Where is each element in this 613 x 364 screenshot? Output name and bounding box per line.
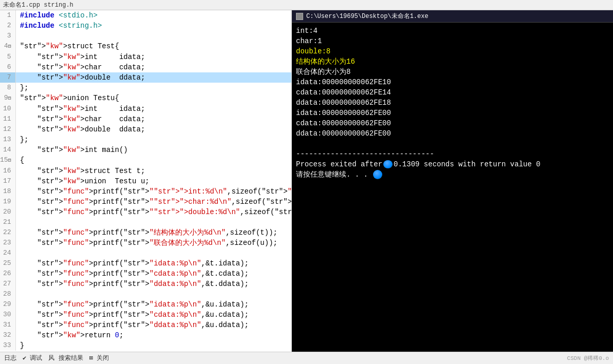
terminal-line: Process exited after0.1309 seconds with … [296, 159, 609, 169]
line-content [15, 217, 292, 227]
line-content: "str">"kw">int idata; [15, 104, 292, 114]
line-number: 31 [0, 320, 15, 330]
line-number: 14 [0, 145, 15, 155]
terminal-panel: C:\Users\19695\Desktop\未命名1.exe int:4cha… [292, 10, 613, 352]
title-text: 未命名1.cpp string.h [3, 1, 73, 9]
line-content: "str">"func">printf("str">"结构体的大小为%d\n",… [15, 227, 292, 238]
line-number: 30 [0, 310, 15, 320]
terminal-title-bar: C:\Users\19695\Desktop\未命名1.exe [292, 10, 613, 23]
line-number: 15⊟ [0, 155, 15, 166]
line-content: "str">"kw">char cdata; [15, 114, 292, 124]
line-content: "str">"func">printf("str">"cdata:%p\n",&… [15, 269, 292, 279]
line-number: 5 [0, 52, 15, 62]
line-number: 12 [0, 124, 15, 135]
line-content: "str">"kw">double ddata; [15, 124, 292, 135]
line-content: "str">"kw">union Testu{ [15, 93, 292, 104]
line-content: #include <stdio.h> [15, 10, 292, 21]
line-content: "str">"func">printf("str">"ddata:%p\n",&… [15, 279, 292, 289]
line-content: #include <string.h> [15, 21, 292, 31]
terminal-line: idata:000000000062FE10 [296, 77, 609, 87]
terminal-content[interactable]: int:4char:1double:8结构体的大小为16联合体的大小为8idat… [292, 23, 613, 352]
line-number: 1 [0, 10, 15, 21]
code-table: 1#include <stdio.h>2#include <string.h>3… [0, 10, 292, 351]
line-number: 33 [0, 340, 15, 351]
line-number: 2 [0, 21, 15, 31]
terminal-line: int:4 [296, 26, 609, 36]
line-content: } [15, 340, 292, 351]
line-number: 32 [0, 330, 15, 340]
line-number: 6 [0, 62, 15, 72]
terminal-line: cdata:000000000062FE14 [296, 87, 609, 98]
line-number: 22 [0, 227, 15, 238]
terminal-line [296, 139, 609, 149]
line-number: 10 [0, 104, 15, 114]
line-content: "str">"func">printf("str">"idata:%p\n",&… [15, 258, 292, 269]
status-log[interactable]: 日志 [4, 354, 16, 362]
terminal-title-text: C:\Users\19695\Desktop\未命名1.exe [306, 12, 429, 21]
line-number: 3 [0, 31, 15, 41]
line-number: 13 [0, 135, 15, 145]
line-content: "str">"func">printf("str">""str">">doubl… [15, 207, 292, 217]
line-number: 17 [0, 176, 15, 186]
line-number: 28 [0, 289, 15, 299]
status-close[interactable]: ⊠ 关闭 [89, 354, 109, 362]
terminal-line: 请按任意键继续. . . [296, 169, 609, 180]
line-number: 18 [0, 186, 15, 197]
terminal-line: double:8 [296, 46, 609, 56]
line-number: 7 [0, 72, 15, 83]
status-debug[interactable]: ✔ 调试 [23, 354, 42, 362]
line-number: 24 [0, 248, 15, 258]
terminal-line: cdata:000000000062FE00 [296, 118, 609, 128]
line-content: "str">"kw">union Testu u; [15, 176, 292, 186]
status-bar: 日志 ✔ 调试 风 搜索结果 ⊠ 关闭 CSDN @稀稀0.o [0, 352, 613, 364]
line-content: }; [15, 83, 292, 93]
status-search[interactable]: 风 搜索结果 [48, 354, 83, 362]
line-number: 27 [0, 279, 15, 289]
line-content: "str">"kw">char cdata; [15, 62, 292, 72]
line-number: 20 [0, 207, 15, 217]
line-number: 8 [0, 83, 15, 93]
line-content: "str">"kw">int main() [15, 145, 292, 155]
line-content: "str">"kw">struct Test t; [15, 166, 292, 176]
line-content: { [15, 155, 292, 166]
line-content: "str">"kw">struct Test{ [15, 41, 292, 52]
terminal-line: 联合体的大小为8 [296, 67, 609, 77]
line-content: "str">"func">printf("str">"联合体的大小为%d\n",… [15, 238, 292, 248]
main-content: 1#include <stdio.h>2#include <string.h>3… [0, 10, 613, 352]
line-content [15, 31, 292, 41]
line-number: 21 [0, 217, 15, 227]
line-number: 16 [0, 166, 15, 176]
line-content: "str">"func">printf("str">"idata:%p\n",&… [15, 299, 292, 310]
line-number: 4⊟ [0, 41, 15, 52]
line-number: 11 [0, 114, 15, 124]
terminal-icon [296, 13, 303, 20]
line-number: 23 [0, 238, 15, 248]
line-number: 9⊟ [0, 93, 15, 104]
watermark: CSDN @稀稀0.o [567, 354, 609, 362]
line-content: "str">"func">printf("str">""str">">char:… [15, 197, 292, 207]
line-content: "str">"kw">int idata; [15, 52, 292, 62]
terminal-line: 结构体的大小为16 [296, 56, 609, 67]
terminal-line: ddata:000000000062FE00 [296, 128, 609, 139]
code-panel[interactable]: 1#include <stdio.h>2#include <string.h>3… [0, 10, 292, 352]
line-number: 26 [0, 269, 15, 279]
line-number: 19 [0, 197, 15, 207]
line-content: "str">"kw">double ddata; [15, 72, 292, 83]
terminal-line: idata:000000000062FE00 [296, 108, 609, 118]
terminal-line: -------------------------------- [296, 149, 609, 159]
line-number: 29 [0, 299, 15, 310]
title-bar: 未命名1.cpp string.h [0, 0, 613, 10]
line-content: "str">"func">printf("str">"ddata:%p\n",&… [15, 320, 292, 330]
line-content: "str">"kw">return 0; [15, 330, 292, 340]
line-number: 25 [0, 258, 15, 269]
line-content [15, 248, 292, 258]
terminal-line: char:1 [296, 36, 609, 46]
line-content: }; [15, 135, 292, 145]
line-content [15, 289, 292, 299]
terminal-line: ddata:000000000062FE18 [296, 98, 609, 108]
line-content: "str">"func">printf("str">""str">">int:%… [15, 186, 292, 197]
line-content: "str">"func">printf("str">"cdata:%p\n",&… [15, 310, 292, 320]
